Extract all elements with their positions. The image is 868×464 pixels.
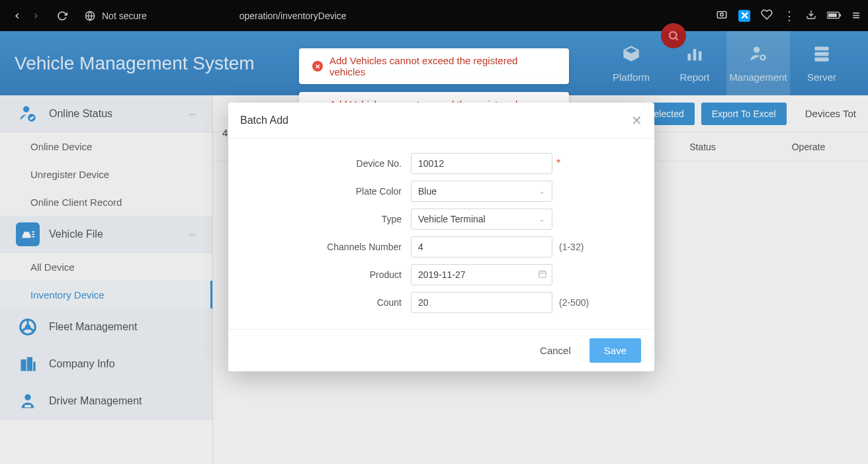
- svg-rect-30: [27, 357, 32, 371]
- required-mark: *: [556, 158, 560, 169]
- sidebar-label: Driver Management: [49, 395, 142, 407]
- col-status: Status: [656, 142, 749, 152]
- sidebar-label: Company Info: [49, 358, 115, 370]
- row-product: Product: [248, 264, 634, 285]
- browser-right-icons: ✕ ⋮ ≡: [716, 8, 860, 23]
- nav-platform[interactable]: Platform: [599, 31, 663, 95]
- steering-wheel-icon: [16, 315, 40, 339]
- svg-rect-15: [815, 46, 829, 50]
- app-title: Vehicle Management System: [15, 53, 255, 74]
- save-button[interactable]: Save: [589, 338, 641, 363]
- row-plate-color: Plate Color Blue ⌄: [248, 181, 634, 202]
- row-type: Type Vehicle Terminal ⌄: [248, 209, 634, 230]
- url-text: operation/inventoryDevice: [239, 11, 347, 21]
- menu-icon[interactable]: ≡: [852, 8, 860, 23]
- svg-rect-29: [21, 359, 26, 371]
- svg-rect-7: [840, 14, 842, 17]
- plate-color-value: Blue: [418, 186, 437, 197]
- plate-color-select[interactable]: Blue ⌄: [411, 181, 552, 202]
- device-no-input[interactable]: [411, 153, 552, 174]
- toast-error: ✕ Add Vehicles cannot exceed the registe…: [299, 48, 569, 84]
- type-select[interactable]: Vehicle Terminal ⌄: [411, 209, 552, 230]
- devices-total-label: Devices Tot: [805, 108, 856, 119]
- svg-rect-10: [688, 54, 691, 61]
- bar-chart-icon: [685, 44, 704, 68]
- col-operate: Operate: [749, 142, 868, 152]
- svg-rect-6: [828, 13, 837, 17]
- sidebar-item-online-client-record[interactable]: Online Client Record: [0, 188, 212, 216]
- label-plate-color: Plate Color: [248, 186, 411, 197]
- svg-line-28: [30, 328, 34, 331]
- header-nav: Platform Report Management Server: [599, 31, 853, 95]
- chevron-up-icon: ︿: [189, 228, 196, 240]
- sidebar-item-online-device[interactable]: Online Device: [0, 132, 212, 160]
- back-button[interactable]: [8, 7, 26, 25]
- svg-point-18: [23, 106, 29, 112]
- person-check-icon: [16, 102, 40, 126]
- svg-rect-16: [815, 52, 829, 56]
- label-device-no: Device No.: [248, 158, 411, 169]
- chevron-down-icon: ⌄: [539, 187, 545, 196]
- export-excel-button[interactable]: Export To Excel: [701, 103, 787, 125]
- svg-rect-17: [815, 57, 829, 61]
- count-hint: (2-500): [559, 297, 589, 308]
- modal-body: Device No. * Plate Color Blue ⌄ Type Veh…: [228, 138, 654, 329]
- sidebar: Online Status ︿ Online Device Unregister…: [0, 95, 213, 464]
- url-area[interactable]: Not secure operation/inventoryDevice: [85, 11, 347, 21]
- sidebar-item-unregister-device[interactable]: Unregister Device: [0, 160, 212, 188]
- not-secure-label: Not secure: [102, 11, 147, 21]
- extension-badge-icon[interactable]: ✕: [738, 10, 750, 22]
- label-type: Type: [248, 214, 411, 224]
- count-fragment: 4: [222, 127, 228, 138]
- nav-label: Server: [807, 71, 836, 83]
- sidebar-group-vehicle-file: Vehicle File ︿ All Device Inventory Devi…: [0, 216, 212, 308]
- label-count: Count: [248, 297, 411, 308]
- channels-input[interactable]: [411, 236, 552, 257]
- product-date-input[interactable]: [411, 264, 552, 285]
- modal-footer: Cancel Save: [228, 329, 654, 371]
- sidebar-item-company-info[interactable]: Company Info: [0, 346, 212, 383]
- batch-add-modal: Batch Add ✕ Device No. * Plate Color Blu…: [228, 103, 654, 371]
- close-icon[interactable]: ✕: [631, 113, 642, 128]
- row-channels: Channels Number (1-32): [248, 236, 634, 257]
- cancel-button[interactable]: Cancel: [533, 340, 578, 361]
- nav-server[interactable]: Server: [790, 31, 853, 95]
- sidebar-head-online-status[interactable]: Online Status ︿: [0, 95, 212, 132]
- cube-icon: [622, 44, 640, 68]
- label-product: Product: [248, 269, 411, 280]
- download-icon[interactable]: [806, 9, 816, 23]
- reload-button[interactable]: [53, 7, 71, 25]
- nav-management[interactable]: Management: [726, 31, 790, 95]
- driver-icon: [16, 389, 40, 413]
- screenshot-icon[interactable]: [716, 9, 728, 23]
- sidebar-group-online-status: Online Status ︿ Online Device Unregister…: [0, 95, 212, 216]
- vehicle-list-icon: [16, 222, 40, 246]
- sidebar-item-driver-management[interactable]: Driver Management: [0, 383, 212, 420]
- sidebar-head-vehicle-file[interactable]: Vehicle File ︿: [0, 216, 212, 253]
- type-value: Vehicle Terminal: [418, 214, 486, 224]
- svg-rect-20: [22, 234, 31, 238]
- nav-label: Management: [729, 71, 787, 83]
- count-input[interactable]: [411, 292, 552, 313]
- sidebar-label: Online Status: [49, 108, 112, 120]
- error-icon: ✕: [312, 61, 323, 71]
- svg-point-3: [720, 13, 724, 16]
- modal-title: Batch Add: [240, 115, 288, 126]
- sidebar-item-all-device[interactable]: All Device: [0, 253, 212, 281]
- more-vertical-icon[interactable]: ⋮: [783, 9, 795, 23]
- svg-point-13: [754, 46, 760, 52]
- server-icon: [812, 44, 831, 68]
- chevron-down-icon: ⌄: [539, 214, 545, 224]
- sidebar-item-inventory-device[interactable]: Inventory Device: [0, 281, 212, 308]
- browser-chrome-bar: Not secure operation/inventoryDevice ✕ ⋮…: [0, 0, 868, 31]
- forward-button[interactable]: [26, 7, 45, 25]
- svg-point-14: [761, 55, 765, 60]
- heart-icon[interactable]: [761, 9, 773, 23]
- sidebar-label: Fleet Management: [49, 321, 137, 333]
- toast-message: Add Vehicles cannot exceed the registere…: [329, 55, 556, 77]
- search-button[interactable]: [661, 23, 686, 48]
- person-gear-icon: [749, 44, 767, 68]
- svg-point-25: [26, 325, 30, 328]
- svg-rect-2: [718, 11, 727, 18]
- sidebar-item-fleet-management[interactable]: Fleet Management: [0, 308, 212, 346]
